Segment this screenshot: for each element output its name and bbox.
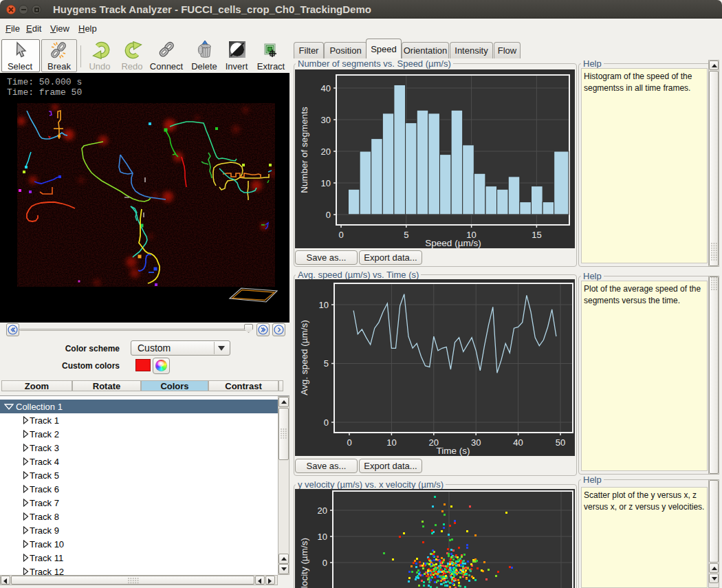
svg-text:0: 0 [326,210,331,220]
svg-text:Avg. speed (µm/s): Avg. speed (µm/s) [299,320,309,395]
svg-text:Time (s): Time (s) [437,446,470,456]
svg-text:10: 10 [321,178,331,188]
svg-text:10: 10 [386,437,396,448]
svg-text:20: 20 [318,505,327,516]
svg-text:50: 50 [556,437,565,448]
svg-text:40: 40 [321,83,331,94]
svg-text:0: 0 [322,558,327,568]
svg-text:0: 0 [324,417,329,428]
svg-text:Speed (µm/s): Speed (µm/s) [425,238,481,248]
svg-text:y velocity (µm/s): y velocity (µm/s) [299,538,309,588]
svg-text:30: 30 [321,115,331,125]
svg-text:15: 15 [532,230,541,240]
svg-text:5: 5 [404,230,408,240]
svg-text:20: 20 [321,146,331,157]
svg-text:30: 30 [471,437,481,448]
svg-text:5: 5 [324,358,329,369]
svg-text:0: 0 [338,230,343,240]
svg-text:Number of segments: Number of segments [299,107,309,193]
svg-text:10: 10 [319,300,329,310]
svg-text:0: 0 [347,437,351,448]
svg-text:40: 40 [513,437,523,448]
svg-text:10: 10 [318,532,327,542]
